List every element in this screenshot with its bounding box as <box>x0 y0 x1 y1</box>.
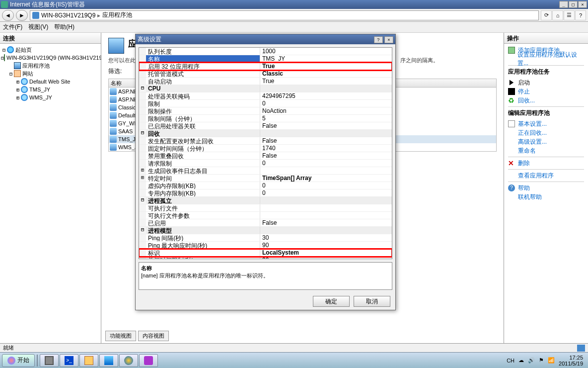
tree-node[interactable]: ⊟起始页 <box>1 46 100 54</box>
action-recycling-settings[interactable]: 正在回收... <box>508 128 584 137</box>
tray-icon-1[interactable]: ☁ <box>518 357 524 364</box>
tree-node[interactable]: ⊞Default Web Site <box>1 78 100 86</box>
property-row[interactable]: 发生配置更改时禁止回收False <box>139 137 392 145</box>
taskbar-sql[interactable] <box>139 354 158 367</box>
expand-toggle[interactable]: ⊟ <box>139 130 146 137</box>
property-row[interactable]: 专用内存限制(KB)0 <box>139 189 392 197</box>
ime-indicator[interactable]: CH <box>507 358 514 364</box>
property-value[interactable] <box>260 130 392 137</box>
tree-toggle[interactable]: ⊞ <box>15 87 21 92</box>
property-value[interactable]: NoAction <box>260 107 392 114</box>
stop-icon[interactable]: ☰ <box>564 10 575 20</box>
tab-features[interactable]: 功能视图 <box>105 331 136 341</box>
menu-file[interactable]: 文件(F) <box>3 23 22 31</box>
property-row[interactable]: 处理器关联掩码4294967295 <box>139 92 392 100</box>
expand-toggle[interactable] <box>139 189 146 196</box>
action-stop[interactable]: 停止 <box>508 87 584 96</box>
tree-node[interactable]: ⊟网站 <box>1 70 100 78</box>
expand-toggle[interactable] <box>139 145 146 152</box>
property-row[interactable]: 请求限制0 <box>139 160 392 167</box>
property-value[interactable] <box>260 212 392 219</box>
expand-toggle[interactable] <box>139 257 146 259</box>
property-row[interactable]: 名称TMS_JY <box>139 55 392 63</box>
close-button[interactable]: × <box>578 1 587 8</box>
property-value[interactable]: 0 <box>260 100 392 107</box>
expand-toggle[interactable] <box>139 100 146 107</box>
expand-toggle[interactable] <box>139 249 146 256</box>
expand-toggle[interactable]: ⊟ <box>139 227 146 234</box>
tree-toggle[interactable]: ⊟ <box>8 71 14 77</box>
breadcrumb[interactable]: WIN-8G3H1V219Q9 ▸ 应用程序池 <box>30 10 539 20</box>
action-help[interactable]: ?帮助 <box>508 184 584 192</box>
tray-icon-4[interactable]: 📶 <box>548 357 555 364</box>
property-row[interactable]: 限制间隔（分钟）5 <box>139 115 392 122</box>
breadcrumb-root[interactable]: WIN-8G3H1V219Q9 <box>41 12 95 19</box>
property-value[interactable]: False <box>260 219 392 226</box>
property-value[interactable]: 0 <box>260 182 392 189</box>
expand-toggle[interactable] <box>139 137 146 144</box>
property-value[interactable]: 90 <box>260 242 392 249</box>
property-row[interactable]: 固定时间间隔（分钟）1740 <box>139 145 392 152</box>
action-advanced-settings[interactable]: 高级设置... <box>508 137 584 146</box>
tab-content[interactable]: 内容视图 <box>138 331 169 341</box>
action-rename[interactable]: 重命名 <box>508 146 584 155</box>
property-category[interactable]: ⊟进程模型 <box>139 227 392 234</box>
expand-toggle[interactable] <box>139 219 146 226</box>
property-value[interactable]: 5 <box>260 115 392 122</box>
property-value[interactable] <box>260 197 392 204</box>
expand-toggle[interactable] <box>139 234 146 241</box>
dialog-close-button[interactable]: × <box>384 36 393 43</box>
action-set-defaults[interactable]: 设置应用程序池默认设置... <box>508 55 584 64</box>
dialog-help-button[interactable]: ? <box>374 36 383 43</box>
property-value[interactable]: 90 <box>260 257 392 259</box>
property-value[interactable]: Classic <box>260 70 392 77</box>
expand-toggle[interactable] <box>139 242 146 249</box>
property-row[interactable]: 标识LocalSystem <box>139 249 392 257</box>
property-row[interactable]: 已启用False <box>139 219 392 227</box>
taskbar-servermgr[interactable] <box>40 354 59 367</box>
clock[interactable]: 17:25 2011/5/19 <box>559 355 583 367</box>
tree-toggle[interactable]: ⊞ <box>15 79 21 85</box>
expand-toggle[interactable] <box>139 122 146 129</box>
expand-toggle[interactable]: ⊟ <box>139 197 146 204</box>
menu-view[interactable]: 视图(V) <box>28 23 48 31</box>
property-row[interactable]: ⊞特定时间TimeSpan[] Array <box>139 175 392 182</box>
property-value[interactable] <box>260 85 392 92</box>
property-value[interactable]: LocalSystem <box>260 249 392 256</box>
tray-icon-2[interactable]: 🔊 <box>528 357 535 364</box>
expand-toggle[interactable] <box>139 152 146 159</box>
property-value[interactable]: 0 <box>260 160 392 167</box>
property-value[interactable]: 1000 <box>260 48 392 55</box>
property-row[interactable]: 禁用重叠回收False <box>139 152 392 160</box>
property-value[interactable]: TMS_JY <box>260 55 392 62</box>
start-button[interactable]: 开始 <box>2 354 35 367</box>
property-row[interactable]: 虚拟内存限制(KB)0 <box>139 182 392 189</box>
expand-toggle[interactable] <box>139 115 146 122</box>
property-value[interactable]: False <box>260 137 392 144</box>
property-row[interactable]: 限制0 <box>139 100 392 107</box>
property-value[interactable]: True <box>260 63 392 70</box>
property-value[interactable]: False <box>260 122 392 129</box>
tree-node[interactable]: ⊞WMS_JY <box>1 93 100 101</box>
expand-toggle[interactable]: ⊞ <box>139 175 146 182</box>
refresh-icon[interactable]: ⟳ <box>541 10 552 20</box>
expand-toggle[interactable]: ⊞ <box>139 167 146 174</box>
action-online-help[interactable]: 联机帮助 <box>508 192 584 201</box>
tree-toggle[interactable]: ⊟ <box>1 47 7 53</box>
property-category[interactable]: ⊟CPU <box>139 85 392 92</box>
expand-toggle[interactable] <box>139 182 146 189</box>
property-value[interactable]: 1740 <box>260 145 392 152</box>
expand-toggle[interactable]: ⊟ <box>139 85 146 92</box>
property-value[interactable] <box>260 227 392 234</box>
menu-help[interactable]: 帮助(H) <box>54 23 74 31</box>
expand-toggle[interactable] <box>139 92 146 99</box>
action-start[interactable]: 启动 <box>508 78 584 87</box>
property-row[interactable]: 自动启动True <box>139 78 392 85</box>
expand-toggle[interactable] <box>139 63 146 70</box>
property-grid[interactable]: 队列长度1000名称TMS_JY启用 32 位应用程序True托管管道模式Cla… <box>139 47 392 259</box>
back-button[interactable]: ◄ <box>2 10 14 21</box>
property-row[interactable]: 启用 32 位应用程序True <box>139 63 392 70</box>
expand-toggle[interactable] <box>139 160 146 167</box>
property-row[interactable]: 托管管道模式Classic <box>139 70 392 78</box>
expand-toggle[interactable] <box>139 48 146 55</box>
